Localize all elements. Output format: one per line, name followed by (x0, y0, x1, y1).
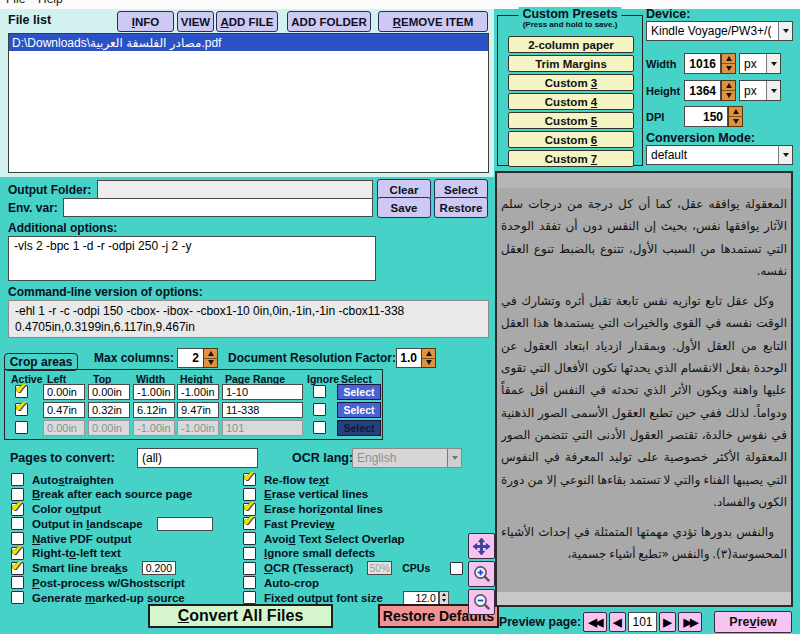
pages-to-convert-input[interactable]: (all) (137, 448, 258, 468)
doc-res-input[interactable]: 1.0 (396, 348, 422, 368)
preview-button[interactable]: Preview (714, 611, 792, 633)
option-row: OCR (Tesseract)50%CPUsFast (243, 562, 495, 575)
file-list[interactable]: D:\Downloads\مصادر الفلسفة العربية.pdf (8, 33, 489, 173)
crop-ignore-checkbox[interactable] (313, 385, 326, 398)
zoom-in-button[interactable] (468, 561, 495, 587)
device-select[interactable]: Kindle Voyage/PW3+/( (646, 21, 793, 41)
crop-top-input[interactable]: 0.00in (88, 384, 130, 400)
last-page-button[interactable]: ▶▶ (678, 612, 702, 632)
max-columns-spinner[interactable] (203, 348, 218, 368)
smart-line-breaks-input[interactable]: 0.200 (142, 561, 176, 575)
view-button[interactable]: VIEW (177, 11, 214, 32)
preset-button-1[interactable]: 2-column paper (508, 36, 634, 53)
first-page-button[interactable]: ◀◀ (583, 612, 607, 632)
checkbox-autostraighten[interactable] (11, 473, 24, 486)
height-unit-select[interactable]: px (739, 80, 781, 101)
checkbox-fixed-output-font-size[interactable] (243, 591, 256, 604)
checkbox-color-output[interactable] (11, 503, 24, 516)
custom-presets-title: Custom Presets (518, 7, 621, 21)
checkbox-re-flow-text[interactable] (243, 473, 256, 486)
option-label: OCR (Tesseract) (264, 562, 353, 574)
preview-text: المعقولة يوافقه عقل، كما أن كل درجة من د… (501, 193, 787, 589)
add-folder-button[interactable]: ADD FOLDER (287, 11, 371, 32)
crop-active-checkbox[interactable] (15, 421, 28, 434)
font-size-spinner[interactable] (439, 591, 449, 605)
menu-file[interactable]: File (6, 0, 25, 6)
checkbox-post-process-w-ghostscript[interactable] (11, 576, 24, 589)
pan-tool-button[interactable] (468, 533, 495, 559)
checkbox-ignore-small-defects[interactable] (243, 547, 256, 560)
crop-top-input: 0.00in (88, 420, 130, 436)
option-row: Color output (11, 503, 213, 516)
crop-left-input[interactable]: 0.00in (43, 384, 85, 400)
crop-ignore-checkbox[interactable] (313, 421, 326, 434)
crop-select-button[interactable]: Select (337, 384, 381, 400)
crop-width-input[interactable]: -1.00in (133, 384, 175, 400)
preview-pane[interactable]: المعقولة يوافقه عقل، كما أن كل درجة من د… (495, 171, 793, 607)
width-spinner[interactable] (721, 53, 736, 74)
crop-height-input[interactable]: -1.00in (177, 384, 219, 400)
env-save-button[interactable]: Save (377, 197, 431, 218)
convert-all-files-button[interactable]: Convert All Files (148, 604, 333, 628)
crop-page-range-input[interactable]: 11-338 (222, 402, 303, 418)
remove-item-button[interactable]: REMOVE ITEM (378, 11, 488, 32)
crop-page-range-input[interactable]: 1-10 (222, 384, 303, 400)
preset-button-4[interactable]: Custom 4 (508, 93, 634, 110)
checkbox-smart-line-breaks[interactable] (11, 562, 24, 575)
output-folder-input[interactable] (97, 180, 373, 199)
crop-select-button[interactable]: Select (337, 402, 381, 418)
prev-page-button[interactable]: ◀ (609, 612, 626, 632)
output-folder-label: Output Folder: (8, 183, 91, 197)
preset-button-7[interactable]: Custom 7 (508, 150, 634, 167)
next-page-button[interactable]: ▶ (659, 612, 676, 632)
checkbox-avoid-text-select-overlap[interactable] (243, 532, 256, 545)
width-unit-select[interactable]: px (739, 53, 781, 74)
checkbox-fast-preview[interactable] (243, 517, 256, 530)
zoom-in-icon (472, 564, 492, 584)
preset-button-3[interactable]: Custom 3 (508, 74, 634, 91)
crop-active-checkbox[interactable] (15, 403, 28, 416)
zoom-out-button[interactable] (468, 589, 495, 615)
preset-button-6[interactable]: Custom 6 (508, 131, 634, 148)
preview-scrollbar[interactable] (497, 592, 791, 605)
file-list-item[interactable]: D:\Downloads\مصادر الفلسفة العربية.pdf (9, 34, 488, 51)
crop-ignore-checkbox[interactable] (313, 403, 326, 416)
max-columns-input[interactable]: 2 (177, 348, 204, 368)
dpi-spinner[interactable] (728, 106, 743, 127)
width-input[interactable]: 1016 (684, 53, 721, 74)
height-spinner[interactable] (721, 80, 736, 101)
additional-options-input[interactable]: -vls 2 -bpc 1 -d -r -odpi 250 -j 2 -y (8, 236, 376, 281)
dpi-input[interactable]: 150 (684, 106, 728, 127)
option-row: Re-flow text (243, 473, 495, 486)
preset-button-2[interactable]: Trim Margins (508, 55, 634, 72)
checkbox-generate-marked-up-source[interactable] (11, 591, 24, 604)
env-restore-button[interactable]: Restore (434, 197, 488, 218)
crop-width-input[interactable]: 6.12in (133, 402, 175, 418)
crop-active-checkbox[interactable] (15, 385, 28, 398)
ocr-lang-select[interactable]: English (352, 448, 462, 468)
file-list-label: File list (8, 13, 51, 27)
conversion-mode-select[interactable]: default (646, 145, 793, 165)
option-label: Generate marked-up source (32, 592, 185, 604)
crop-height-input[interactable]: 9.47in (177, 402, 219, 418)
checkbox-ocr-fast[interactable] (450, 562, 463, 575)
option-label: Auto-crop (264, 577, 319, 589)
landscape-pages-input[interactable] (157, 517, 213, 531)
crop-page-range-input: 101 (222, 420, 303, 436)
checkbox-auto-crop[interactable] (243, 576, 256, 589)
env-var-input[interactable] (63, 198, 373, 217)
doc-res-spinner[interactable] (421, 348, 436, 368)
option-row: Erase vertical lines (243, 488, 495, 501)
page-number-input[interactable]: 101 (628, 612, 657, 632)
checkbox-ocr-tesseract-[interactable] (243, 562, 256, 575)
height-input[interactable]: 1364 (684, 80, 721, 101)
menu-help[interactable]: Help (38, 0, 63, 6)
crop-top-input[interactable]: 0.32in (88, 402, 130, 418)
preset-button-5[interactable]: Custom 5 (508, 112, 634, 129)
add-file-button[interactable]: ADD FILE (216, 11, 278, 32)
doc-res-label: Document Resolution Factor: (228, 351, 396, 365)
checkbox-output-in-landscape[interactable] (11, 517, 24, 530)
crop-left-input[interactable]: 0.47in (43, 402, 85, 418)
info-button[interactable]: INFO (117, 11, 174, 32)
font-size-spinbox[interactable]: 12.0 (403, 591, 449, 605)
